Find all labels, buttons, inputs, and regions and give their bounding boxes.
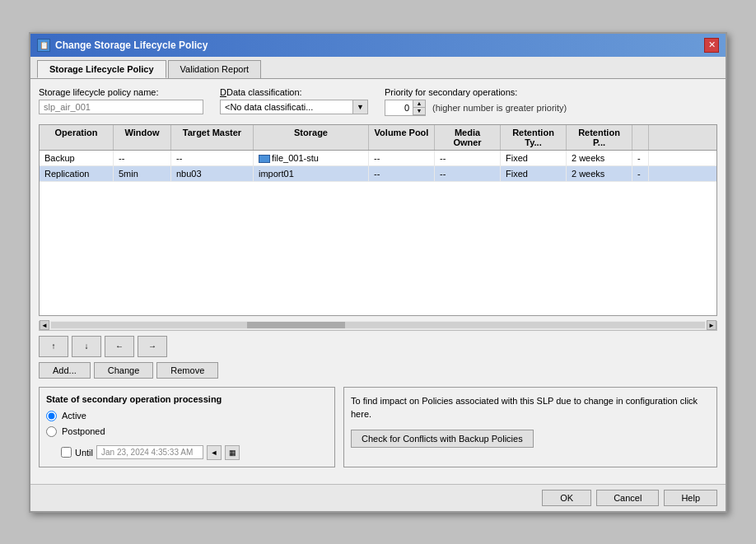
dialog-footer: OK Cancel Help [30,484,726,511]
close-button[interactable]: ✕ [704,38,719,53]
move-down-button[interactable]: ↓ [72,336,101,357]
cell-retention-period: 2 weeks [567,151,632,165]
data-classification-label: DData classification: [220,87,368,97]
data-classification-value: <No data classificati... [221,100,352,114]
impact-panel: To find impact on Policies associated wi… [343,387,717,467]
radio-group: Active Postponed Until ◄ ▦ [46,411,328,460]
col-header-storage: Storage [254,125,369,150]
bottom-section: State of secondary operation processing … [39,387,717,467]
priority-group: Priority for secondary operations: ▲ ▼ (… [385,87,567,116]
col-header-media-owner: Media Owner [435,125,501,150]
dialog-icon: 📋 [37,39,50,52]
policy-name-group: Storage lifecycle policy name: [39,87,203,114]
active-radio[interactable] [46,411,57,421]
priority-input[interactable] [385,101,413,114]
spin-down-button[interactable]: ▼ [413,108,425,115]
storage-icon [259,155,270,163]
help-button[interactable]: Help [664,490,717,506]
until-date-input[interactable] [96,445,203,459]
cell-volume-pool: -- [369,151,435,165]
cell-target-master: nbu03 [171,166,254,181]
horizontal-scrollbar[interactable]: ◄ ► [39,321,717,331]
cancel-button[interactable]: Cancel [596,490,659,506]
title-bar: 📋 Change Storage Lifecycle Policy ✕ [30,34,726,57]
cell-retention-period: 2 weeks [567,166,632,181]
cell-media-owner: -- [435,151,501,165]
cell-retention-type: Fixed [501,166,567,181]
form-row: Storage lifecycle policy name: DData cla… [39,87,717,116]
scroll-left-button[interactable]: ◄ [40,320,49,330]
tab-slp[interactable]: Storage Lifecycle Policy [37,60,166,78]
cell-window: -- [114,151,171,165]
move-up-button[interactable]: ↑ [39,336,68,357]
cell-extra: - [632,166,649,181]
table-row[interactable]: Backup -- -- file_001-stu -- -- Fixed 2 … [40,151,716,166]
priority-note: (higher number is greater priority) [432,103,567,113]
policy-name-input[interactable] [39,100,203,114]
data-classification-dropdown[interactable]: <No data classificati... ▼ [220,100,368,114]
ok-button[interactable]: OK [542,490,591,506]
check-conflicts-button[interactable]: Check for Conflicts with Backup Policies [351,430,534,448]
impact-text: To find impact on Policies associated wi… [351,394,710,421]
cell-target-master: -- [171,151,254,165]
table-header: Operation Window Target Master Storage V… [40,125,716,151]
postponed-label: Postponed [62,426,105,436]
cell-operation: Replication [40,166,114,181]
until-checkbox[interactable] [61,447,72,458]
state-panel: State of secondary operation processing … [39,387,335,467]
until-section: Until ◄ ▦ [61,445,328,460]
content-area: Storage lifecycle policy name: DData cla… [30,79,726,484]
col-header-window: Window [114,125,171,150]
change-button[interactable]: Change [94,362,154,379]
cell-media-owner: -- [435,166,501,181]
col-header-extra [632,125,649,150]
remove-button[interactable]: Remove [156,362,218,379]
priority-label: Priority for secondary operations: [385,87,567,97]
move-right-button[interactable]: → [138,336,167,357]
move-left-button[interactable]: ← [105,336,134,357]
cell-storage: import01 [254,166,369,181]
cell-storage: file_001-stu [254,151,369,165]
tab-validation[interactable]: Validation Report [168,60,262,78]
cell-window: 5min [114,166,171,181]
col-header-retention-type: Retention Ty... [501,125,567,150]
cell-volume-pool: -- [369,166,435,181]
table-body: Backup -- -- file_001-stu -- -- Fixed 2 … [40,151,716,315]
postponed-radio-row: Postponed [46,426,328,437]
spin-buttons: ▲ ▼ [413,100,425,115]
add-button[interactable]: Add... [39,362,91,379]
active-radio-row: Active [46,411,328,421]
postponed-radio[interactable] [46,426,57,437]
cell-extra: - [632,151,649,165]
priority-spinner: ▲ ▼ [385,100,426,116]
scrollbar-track[interactable] [51,322,705,328]
cell-operation: Backup [40,151,114,165]
date-decrement-button[interactable]: ◄ [207,445,222,460]
spin-up-button[interactable]: ▲ [413,100,425,108]
nav-buttons: ↑ ↓ ← → [39,336,717,357]
tab-bar: Storage Lifecycle Policy Validation Repo… [30,57,726,79]
priority-row: ▲ ▼ (higher number is greater priority) [385,100,567,116]
data-classification-group: DData classification: <No data classific… [220,87,368,114]
operations-table: Operation Window Target Master Storage V… [39,124,717,316]
dialog-title: Change Storage Lifecycle Policy [55,40,208,51]
date-calendar-button[interactable]: ▦ [225,445,240,460]
policy-name-label: Storage lifecycle policy name: [39,87,203,97]
main-dialog: 📋 Change Storage Lifecycle Policy ✕ Stor… [29,32,727,513]
until-label: Until [75,448,93,458]
scrollbar-thumb[interactable] [247,322,345,328]
col-header-retention-period: Retention P... [567,125,632,150]
col-header-target-master: Target Master [171,125,254,150]
table-row[interactable]: Replication 5min nbu03 import01 -- -- Fi… [40,166,716,182]
state-panel-title: State of secondary operation processing [46,394,328,404]
cell-retention-type: Fixed [501,151,567,165]
active-label: Active [62,411,86,421]
scroll-right-button[interactable]: ► [707,320,716,330]
col-header-volume-pool: Volume Pool [369,125,435,150]
action-buttons: Add... Change Remove [39,362,717,379]
dropdown-arrow[interactable]: ▼ [352,100,367,114]
col-header-operation: Operation [40,125,114,150]
